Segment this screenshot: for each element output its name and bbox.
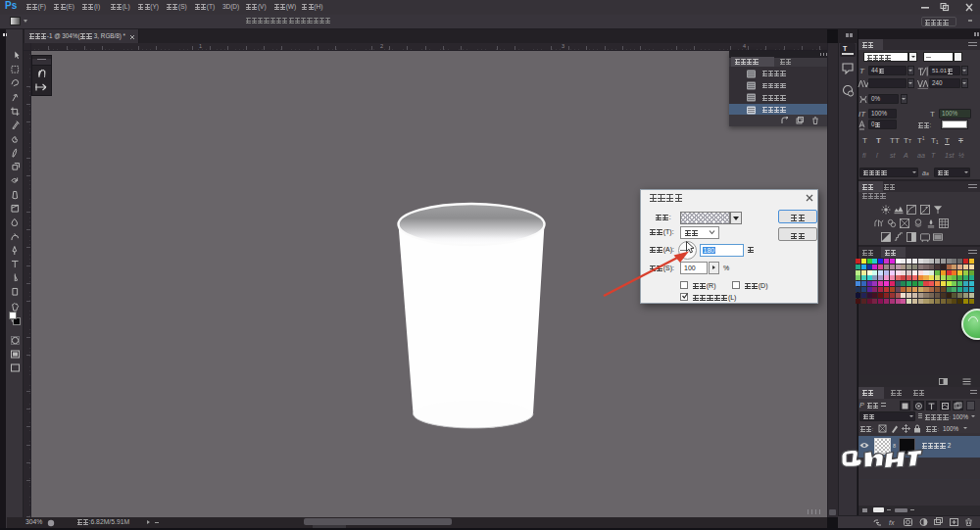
svg-text:fx: fx [889, 519, 895, 526]
